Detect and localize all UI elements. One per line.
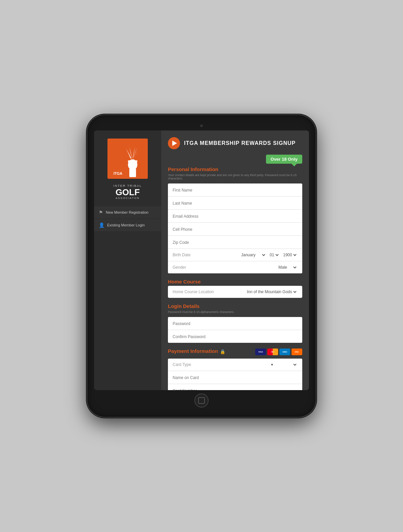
play-button[interactable] xyxy=(168,137,180,149)
last-name-field[interactable] xyxy=(168,197,302,210)
card-type-field: Card Type ▾ Visa MasterCard AmEx Discove… xyxy=(168,359,302,371)
birth-month-select[interactable]: January FebruaryMarchApril MayJuneJuly A… xyxy=(240,252,266,258)
first-name-field[interactable] xyxy=(168,183,302,197)
discover-logo: DISC xyxy=(292,349,302,355)
tablet-screen: ITGA INTER TRIBAL GOLF ASSOCIATON ⚑ New … xyxy=(94,130,309,390)
page-title: ITGA MEMBERSHIP REWARDS SIGNUP xyxy=(184,140,296,146)
card-number-field[interactable] xyxy=(168,384,302,390)
first-name-input[interactable] xyxy=(173,188,298,193)
zip-code-field[interactable] xyxy=(168,236,302,249)
main-content: ITGA MEMBERSHIP REWARDS SIGNUP Over 18 O… xyxy=(161,130,309,390)
card-logos: VISA MC AMEX DISC xyxy=(255,349,302,355)
home-button-inner xyxy=(198,397,205,404)
last-name-input[interactable] xyxy=(173,201,298,206)
visa-logo: VISA xyxy=(255,349,266,355)
home-course-label: Home Course Location xyxy=(173,289,214,294)
email-field[interactable] xyxy=(168,210,302,223)
password-field[interactable] xyxy=(168,317,302,330)
home-course-field: Home Course Location Inn of the Mountain… xyxy=(168,286,302,298)
card-type-select[interactable]: ▾ Visa MasterCard AmEx Discover xyxy=(270,362,298,367)
name-on-card-field[interactable] xyxy=(168,371,302,384)
sidebar-item-new-member[interactable]: ⚑ New Member Registration xyxy=(94,206,161,218)
gender-selects: Male Female xyxy=(277,265,298,270)
login-details-title: Login Details xyxy=(168,303,302,309)
birth-year-select[interactable]: 1900195019801990 2000 xyxy=(282,252,298,258)
payment-title-row: Payment Information 🔒 xyxy=(168,348,225,355)
flag-icon: ⚑ xyxy=(99,210,103,215)
payment-card: Card Type ▾ Visa MasterCard AmEx Discove… xyxy=(168,359,302,390)
gender-field: Gender Male Female xyxy=(168,261,302,273)
confirm-password-input[interactable] xyxy=(173,334,298,339)
personal-info-title: Personal Information xyxy=(168,166,302,172)
card-type-label: Card Type xyxy=(173,362,191,367)
home-course-card: Home Course Location Inn of the Mountain… xyxy=(168,286,302,298)
tablet-camera xyxy=(200,124,203,127)
birth-day-select[interactable]: 01020304 05060708 0910 xyxy=(268,252,280,258)
sidebar-item-existing-member[interactable]: 👤 Existing Member Login xyxy=(94,219,161,231)
age-badge: Over 18 Only xyxy=(266,155,302,164)
logo-association: ASSOCIATON xyxy=(114,197,142,200)
password-input[interactable] xyxy=(173,321,298,326)
logo-box: ITGA xyxy=(107,139,148,179)
logo-text: INTER TRIBAL GOLF ASSOCIATON xyxy=(114,184,142,200)
home-course-selects: Inn of the Mountain Gods Other Course xyxy=(245,289,298,295)
nav-new-member-label: New Member Registration xyxy=(106,210,148,214)
age-badge-container: Over 18 Only xyxy=(168,155,302,164)
birth-date-label: Birth Date xyxy=(173,253,190,257)
card-number-input[interactable] xyxy=(173,388,298,390)
personal-info-card: Birth Date January FebruaryMarchApril Ma… xyxy=(168,183,302,273)
home-course-title: Home Course xyxy=(168,279,302,284)
svg-rect-2 xyxy=(129,169,136,177)
cell-phone-field[interactable] xyxy=(168,223,302,236)
gender-select[interactable]: Male Female xyxy=(277,265,298,270)
user-icon: 👤 xyxy=(99,222,104,228)
nav-existing-member-label: Existing Member Login xyxy=(107,223,145,227)
login-details-section: Login Details Password must be 6-15 alph… xyxy=(168,303,302,343)
mastercard-logo: MC xyxy=(267,349,278,355)
login-details-subtitle: Password must be 6-15 alphanumeric chara… xyxy=(168,310,302,314)
home-button[interactable] xyxy=(194,393,209,408)
play-icon xyxy=(172,141,177,146)
svg-text:ITGA: ITGA xyxy=(114,171,122,175)
payment-section: Payment Information 🔒 VISA MC AMEX DISC … xyxy=(168,348,302,390)
personal-info-section: Personal Information Your contact detail… xyxy=(168,166,302,273)
gender-label: Gender xyxy=(173,265,186,270)
login-details-card xyxy=(168,317,302,343)
cell-phone-input[interactable] xyxy=(173,227,298,232)
logo-golf: GOLF xyxy=(114,188,142,197)
sidebar: ITGA INTER TRIBAL GOLF ASSOCIATON ⚑ New … xyxy=(94,130,161,390)
tablet-frame: ITGA INTER TRIBAL GOLF ASSOCIATON ⚑ New … xyxy=(87,115,316,417)
page-header: ITGA MEMBERSHIP REWARDS SIGNUP xyxy=(168,137,302,149)
payment-header: Payment Information 🔒 VISA MC AMEX DISC xyxy=(168,348,302,355)
payment-title: Payment Information xyxy=(168,348,218,354)
birth-date-field: Birth Date January FebruaryMarchApril Ma… xyxy=(168,249,302,261)
name-on-card-input[interactable] xyxy=(173,375,298,380)
birth-date-selects: January FebruaryMarchApril MayJuneJuly A… xyxy=(240,252,298,258)
personal-info-subtitle: Your contact details are kept private an… xyxy=(168,173,302,180)
lock-icon: 🔒 xyxy=(220,349,225,354)
email-input[interactable] xyxy=(173,214,298,219)
home-course-select[interactable]: Inn of the Mountain Gods Other Course xyxy=(245,289,298,295)
confirm-password-field[interactable] xyxy=(168,330,302,343)
amex-logo: AMEX xyxy=(279,349,290,355)
home-course-section: Home Course Home Course Location Inn of … xyxy=(168,279,302,298)
svg-rect-3 xyxy=(128,160,137,162)
zip-code-input[interactable] xyxy=(173,240,298,245)
